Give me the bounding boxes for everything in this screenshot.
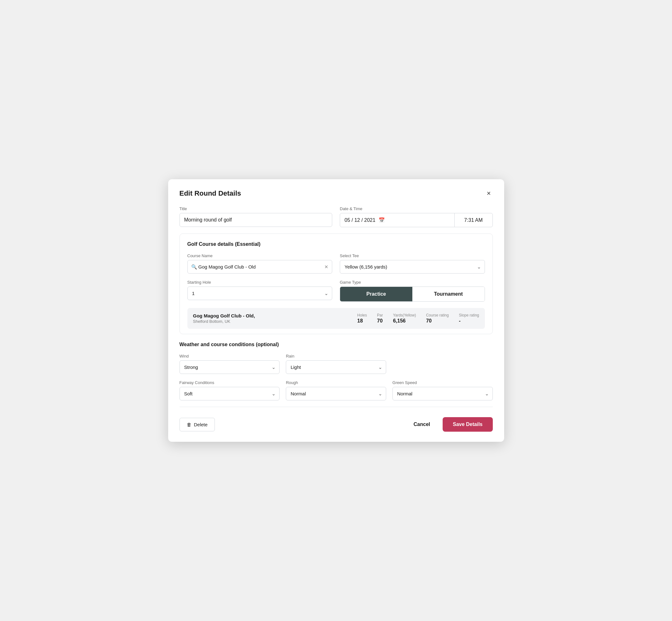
tournament-button[interactable]: Tournament xyxy=(412,287,485,301)
slope-rating-value: - xyxy=(459,318,460,324)
par-value: 70 xyxy=(377,318,383,324)
yards-value: 6,156 xyxy=(393,318,406,324)
yards-label: Yards(Yellow) xyxy=(393,313,416,318)
course-name-input[interactable] xyxy=(187,260,333,274)
starting-hole-dropdown[interactable]: 1 2 3 10 xyxy=(187,287,333,300)
conditions-title: Weather and course conditions (optional) xyxy=(179,342,493,347)
title-group: Title xyxy=(179,206,333,227)
holes-value: 18 xyxy=(357,318,363,324)
title-label: Title xyxy=(179,206,333,211)
select-tee-dropdown[interactable]: Yellow (6,156 yards) White Red Blue xyxy=(340,260,485,274)
modal-title: Edit Round Details xyxy=(179,189,241,198)
rain-label: Rain xyxy=(286,354,386,359)
course-stats: Holes 18 Par 70 Yards(Yellow) 6,156 Cour… xyxy=(357,313,479,324)
slope-rating-label: Slope rating xyxy=(459,313,479,318)
modal-header: Edit Round Details × xyxy=(179,189,493,198)
course-tee-row: Course Name 🔍 ✕ Select Tee Yellow (6,156… xyxy=(187,253,485,274)
clear-icon[interactable]: ✕ xyxy=(324,264,328,270)
game-type-label: Game Type xyxy=(340,280,485,285)
datetime-group: Date & Time 05 / 12 / 2021 📅 7:31 AM xyxy=(340,206,493,227)
holes-label: Holes xyxy=(357,313,367,318)
green-speed-label: Green Speed xyxy=(392,380,493,385)
golf-course-title: Golf Course details (Essential) xyxy=(187,241,485,247)
rain-dropdown[interactable]: None Light Moderate Heavy xyxy=(286,360,386,374)
golf-course-section: Golf Course details (Essential) Course N… xyxy=(179,234,493,334)
holes-stat: Holes 18 xyxy=(357,313,367,324)
wind-dropdown[interactable]: Calm Light Moderate Strong xyxy=(179,360,280,374)
course-location: Shelford Bottom, UK xyxy=(193,319,358,324)
datetime-label: Date & Time xyxy=(340,206,493,211)
green-speed-wrapper: Slow Normal Fast ⌄ xyxy=(392,387,493,401)
course-rating-stat: Course rating 70 xyxy=(426,313,449,324)
course-rating-value: 70 xyxy=(426,318,432,324)
footer-right: Cancel Save Details xyxy=(409,417,493,432)
footer-row: 🗑 Delete Cancel Save Details xyxy=(179,415,493,432)
rough-dropdown[interactable]: Soft Normal Hard xyxy=(286,387,386,401)
rain-wrapper: None Light Moderate Heavy ⌄ xyxy=(286,360,386,374)
search-icon: 🔍 xyxy=(191,264,197,270)
game-type-toggle: Practice Tournament xyxy=(340,287,485,302)
wind-label: Wind xyxy=(179,354,280,359)
par-stat: Par 70 xyxy=(377,313,383,324)
fairway-wrapper: Soft Normal Hard ⌄ xyxy=(179,387,280,401)
fairway-rough-green-row: Fairway Conditions Soft Normal Hard ⌄ Ro… xyxy=(179,380,493,401)
rough-label: Rough xyxy=(286,380,386,385)
select-tee-group: Select Tee Yellow (6,156 yards) White Re… xyxy=(340,253,485,274)
select-tee-label: Select Tee xyxy=(340,253,485,258)
course-info-name: Gog Magog Golf Club - Old, Shelford Bott… xyxy=(193,313,358,324)
yards-stat: Yards(Yellow) 6,156 xyxy=(393,313,416,324)
rough-group: Rough Soft Normal Hard ⌄ xyxy=(286,380,386,401)
starting-hole-group: Starting Hole 1 2 3 10 ⌄ xyxy=(187,280,333,302)
footer-divider xyxy=(179,407,493,407)
course-name-search-wrapper: 🔍 ✕ xyxy=(187,260,333,274)
course-name-group: Course Name 🔍 ✕ xyxy=(187,253,333,274)
time-value: 7:31 AM xyxy=(464,217,483,223)
wind-wrapper: Calm Light Moderate Strong ⌄ xyxy=(179,360,280,374)
hole-gametype-row: Starting Hole 1 2 3 10 ⌄ Game Type Pract… xyxy=(187,280,485,302)
course-info-box: Gog Magog Golf Club - Old, Shelford Bott… xyxy=(187,308,485,329)
rough-wrapper: Soft Normal Hard ⌄ xyxy=(286,387,386,401)
game-type-group: Game Type Practice Tournament xyxy=(340,280,485,302)
slope-rating-stat: Slope rating - xyxy=(459,313,479,324)
close-button[interactable]: × xyxy=(485,189,493,198)
wind-group: Wind Calm Light Moderate Strong ⌄ xyxy=(179,354,280,374)
green-speed-group: Green Speed Slow Normal Fast ⌄ xyxy=(392,380,493,401)
starting-hole-wrapper: 1 2 3 10 ⌄ xyxy=(187,287,333,300)
starting-hole-label: Starting Hole xyxy=(187,280,333,285)
par-label: Par xyxy=(377,313,383,318)
course-name-bold: Gog Magog Golf Club - Old, xyxy=(193,313,358,318)
title-datetime-row: Title Date & Time 05 / 12 / 2021 📅 7:31 … xyxy=(179,206,493,227)
date-time-group: 05 / 12 / 2021 📅 7:31 AM xyxy=(340,213,493,227)
trash-icon: 🗑 xyxy=(187,422,192,427)
fairway-dropdown[interactable]: Soft Normal Hard xyxy=(179,387,280,401)
select-tee-wrapper: Yellow (6,156 yards) White Red Blue ⌄ xyxy=(340,260,485,274)
wind-rain-row: Wind Calm Light Moderate Strong ⌄ Rain N… xyxy=(179,354,493,374)
cancel-button[interactable]: Cancel xyxy=(409,418,435,430)
calendar-icon: 📅 xyxy=(379,217,385,223)
fairway-label: Fairway Conditions xyxy=(179,380,280,385)
course-name-label: Course Name xyxy=(187,253,333,258)
delete-label: Delete xyxy=(194,422,208,427)
date-part[interactable]: 05 / 12 / 2021 📅 xyxy=(340,213,455,227)
save-button[interactable]: Save Details xyxy=(443,417,493,432)
rain-group: Rain None Light Moderate Heavy ⌄ xyxy=(286,354,386,374)
time-part[interactable]: 7:31 AM xyxy=(455,213,493,227)
course-rating-label: Course rating xyxy=(426,313,449,318)
fairway-group: Fairway Conditions Soft Normal Hard ⌄ xyxy=(179,380,280,401)
edit-round-modal: Edit Round Details × Title Date & Time 0… xyxy=(168,179,504,442)
title-input[interactable] xyxy=(179,213,333,227)
date-value: 05 / 12 / 2021 xyxy=(344,217,375,223)
practice-button[interactable]: Practice xyxy=(340,287,412,301)
delete-button[interactable]: 🗑 Delete xyxy=(179,418,215,431)
green-speed-dropdown[interactable]: Slow Normal Fast xyxy=(392,387,493,401)
